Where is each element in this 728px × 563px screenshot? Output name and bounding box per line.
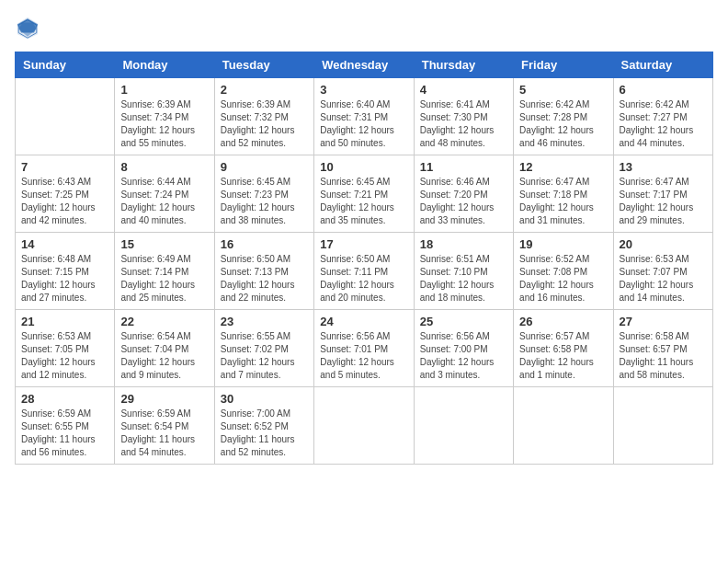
week-row-2: 7Sunrise: 6:43 AM Sunset: 7:25 PM Daylig…	[16, 155, 713, 233]
day-info: Sunrise: 6:55 AM Sunset: 7:02 PM Dayligh…	[221, 330, 308, 382]
logo-icon	[15, 15, 40, 40]
day-cell: 25Sunrise: 6:56 AM Sunset: 7:00 PM Dayli…	[414, 310, 513, 387]
weekday-header-tuesday: Tuesday	[214, 52, 313, 78]
day-info: Sunrise: 6:50 AM Sunset: 7:11 PM Dayligh…	[320, 253, 407, 304]
day-number: 21	[21, 315, 108, 328]
day-info: Sunrise: 6:43 AM Sunset: 7:25 PM Dayligh…	[21, 176, 108, 227]
calendar: SundayMondayTuesdayWednesdayThursdayFrid…	[15, 52, 713, 465]
day-cell	[16, 78, 115, 155]
day-info: Sunrise: 6:42 AM Sunset: 7:27 PM Dayligh…	[620, 98, 707, 150]
day-number: 16	[221, 237, 308, 251]
day-info: Sunrise: 6:54 AM Sunset: 7:04 PM Dayligh…	[120, 330, 208, 382]
day-number: 17	[320, 237, 407, 251]
day-number: 11	[420, 160, 507, 174]
day-cell: 19Sunrise: 6:52 AM Sunset: 7:08 PM Dayli…	[514, 233, 613, 310]
day-cell: 1Sunrise: 6:39 AM Sunset: 7:34 PM Daylig…	[115, 78, 214, 155]
day-number: 28	[21, 392, 108, 406]
day-cell: 9Sunrise: 6:45 AM Sunset: 7:23 PM Daylig…	[214, 155, 313, 233]
day-cell	[314, 387, 414, 465]
day-cell: 13Sunrise: 6:47 AM Sunset: 7:17 PM Dayli…	[613, 155, 712, 233]
day-cell: 12Sunrise: 6:47 AM Sunset: 7:18 PM Dayli…	[514, 155, 613, 233]
day-number: 2	[221, 83, 308, 97]
day-info: Sunrise: 6:44 AM Sunset: 7:24 PM Dayligh…	[120, 176, 208, 227]
day-number: 7	[21, 160, 108, 174]
day-info: Sunrise: 6:42 AM Sunset: 7:28 PM Dayligh…	[519, 98, 607, 150]
day-cell: 18Sunrise: 6:51 AM Sunset: 7:10 PM Dayli…	[414, 233, 513, 310]
weekday-header-sunday: Sunday	[16, 52, 115, 78]
day-info: Sunrise: 6:53 AM Sunset: 7:05 PM Dayligh…	[21, 330, 108, 382]
day-cell: 6Sunrise: 6:42 AM Sunset: 7:27 PM Daylig…	[613, 78, 712, 155]
day-number: 5	[519, 83, 607, 97]
day-cell: 27Sunrise: 6:58 AM Sunset: 6:57 PM Dayli…	[613, 310, 712, 387]
day-number: 4	[420, 83, 507, 97]
day-info: Sunrise: 6:48 AM Sunset: 7:15 PM Dayligh…	[21, 253, 108, 304]
day-info: Sunrise: 6:57 AM Sunset: 6:58 PM Dayligh…	[519, 330, 607, 382]
day-number: 15	[120, 237, 208, 251]
day-info: Sunrise: 6:50 AM Sunset: 7:13 PM Dayligh…	[221, 253, 308, 304]
day-cell: 14Sunrise: 6:48 AM Sunset: 7:15 PM Dayli…	[16, 233, 115, 310]
header	[15, 15, 713, 40]
day-info: Sunrise: 6:41 AM Sunset: 7:30 PM Dayligh…	[420, 98, 507, 150]
week-row-1: 1Sunrise: 6:39 AM Sunset: 7:34 PM Daylig…	[16, 78, 713, 155]
day-number: 22	[120, 315, 208, 328]
day-info: Sunrise: 6:51 AM Sunset: 7:10 PM Dayligh…	[420, 253, 507, 304]
day-cell	[514, 387, 613, 465]
day-number: 18	[420, 237, 507, 251]
day-number: 12	[519, 160, 607, 174]
day-info: Sunrise: 6:39 AM Sunset: 7:32 PM Dayligh…	[221, 98, 308, 150]
weekday-header-row: SundayMondayTuesdayWednesdayThursdayFrid…	[16, 52, 713, 78]
day-info: Sunrise: 6:58 AM Sunset: 6:57 PM Dayligh…	[620, 330, 707, 382]
day-cell: 26Sunrise: 6:57 AM Sunset: 6:58 PM Dayli…	[514, 310, 613, 387]
day-info: Sunrise: 6:47 AM Sunset: 7:18 PM Dayligh…	[519, 176, 607, 227]
weekday-header-saturday: Saturday	[613, 52, 712, 78]
day-info: Sunrise: 6:59 AM Sunset: 6:54 PM Dayligh…	[120, 408, 208, 459]
day-cell: 16Sunrise: 6:50 AM Sunset: 7:13 PM Dayli…	[214, 233, 313, 310]
day-info: Sunrise: 6:47 AM Sunset: 7:17 PM Dayligh…	[620, 176, 707, 227]
day-number: 13	[620, 160, 707, 174]
day-number: 25	[420, 315, 507, 328]
day-number: 9	[221, 160, 308, 174]
day-number: 27	[620, 315, 707, 328]
week-row-5: 28Sunrise: 6:59 AM Sunset: 6:55 PM Dayli…	[16, 387, 713, 465]
day-cell: 21Sunrise: 6:53 AM Sunset: 7:05 PM Dayli…	[16, 310, 115, 387]
day-number: 14	[21, 237, 108, 251]
day-info: Sunrise: 6:39 AM Sunset: 7:34 PM Dayligh…	[120, 98, 208, 150]
day-number: 3	[320, 83, 407, 97]
day-info: Sunrise: 6:59 AM Sunset: 6:55 PM Dayligh…	[21, 408, 108, 459]
day-cell	[613, 387, 712, 465]
day-info: Sunrise: 6:56 AM Sunset: 7:00 PM Dayligh…	[420, 330, 507, 382]
day-cell: 3Sunrise: 6:40 AM Sunset: 7:31 PM Daylig…	[314, 78, 414, 155]
day-number: 1	[120, 83, 208, 97]
day-cell: 15Sunrise: 6:49 AM Sunset: 7:14 PM Dayli…	[115, 233, 214, 310]
day-cell: 22Sunrise: 6:54 AM Sunset: 7:04 PM Dayli…	[115, 310, 214, 387]
day-info: Sunrise: 6:40 AM Sunset: 7:31 PM Dayligh…	[320, 98, 407, 150]
day-number: 10	[320, 160, 407, 174]
weekday-header-wednesday: Wednesday	[314, 52, 414, 78]
day-cell: 28Sunrise: 6:59 AM Sunset: 6:55 PM Dayli…	[16, 387, 115, 465]
day-number: 26	[519, 315, 607, 328]
day-number: 8	[120, 160, 208, 174]
weekday-header-thursday: Thursday	[414, 52, 513, 78]
day-info: Sunrise: 7:00 AM Sunset: 6:52 PM Dayligh…	[221, 408, 308, 459]
day-cell: 5Sunrise: 6:42 AM Sunset: 7:28 PM Daylig…	[514, 78, 613, 155]
day-number: 30	[221, 392, 308, 406]
day-cell: 8Sunrise: 6:44 AM Sunset: 7:24 PM Daylig…	[115, 155, 214, 233]
day-cell	[414, 387, 513, 465]
day-number: 29	[120, 392, 208, 406]
logo	[15, 15, 44, 40]
week-row-3: 14Sunrise: 6:48 AM Sunset: 7:15 PM Dayli…	[16, 233, 713, 310]
day-info: Sunrise: 6:52 AM Sunset: 7:08 PM Dayligh…	[519, 253, 607, 304]
day-cell: 29Sunrise: 6:59 AM Sunset: 6:54 PM Dayli…	[115, 387, 214, 465]
day-cell: 23Sunrise: 6:55 AM Sunset: 7:02 PM Dayli…	[214, 310, 313, 387]
svg-marker-3	[17, 18, 38, 32]
day-number: 6	[620, 83, 707, 97]
day-info: Sunrise: 6:56 AM Sunset: 7:01 PM Dayligh…	[320, 330, 407, 382]
day-cell: 11Sunrise: 6:46 AM Sunset: 7:20 PM Dayli…	[414, 155, 513, 233]
day-info: Sunrise: 6:45 AM Sunset: 7:21 PM Dayligh…	[320, 176, 407, 227]
day-cell: 7Sunrise: 6:43 AM Sunset: 7:25 PM Daylig…	[16, 155, 115, 233]
day-cell: 17Sunrise: 6:50 AM Sunset: 7:11 PM Dayli…	[314, 233, 414, 310]
day-cell: 10Sunrise: 6:45 AM Sunset: 7:21 PM Dayli…	[314, 155, 414, 233]
weekday-header-friday: Friday	[514, 52, 613, 78]
week-row-4: 21Sunrise: 6:53 AM Sunset: 7:05 PM Dayli…	[16, 310, 713, 387]
day-info: Sunrise: 6:53 AM Sunset: 7:07 PM Dayligh…	[620, 253, 707, 304]
